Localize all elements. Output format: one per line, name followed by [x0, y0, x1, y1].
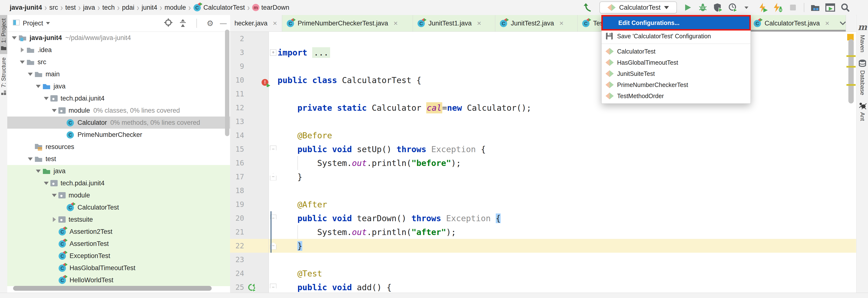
breadcrumb-item-module[interactable]: module [164, 4, 186, 11]
tree-expanded-arrow-icon[interactable] [42, 182, 51, 185]
tree-collapsed-arrow-icon[interactable] [50, 217, 58, 222]
stop-button[interactable] [787, 2, 798, 13]
tree-expanded-arrow-icon[interactable] [10, 36, 19, 39]
menu-item-edit-configurations[interactable]: Edit Configurations... [601, 15, 751, 31]
tree-expanded-arrow-icon[interactable] [50, 109, 58, 112]
tree-row-testsuite[interactable]: testsuite [7, 213, 230, 226]
run-window-button[interactable] [825, 2, 836, 13]
debug-lightning-button[interactable] [773, 2, 783, 13]
tree-row-PrimeNumberChecker[interactable]: CPrimeNumberChecker [7, 129, 230, 141]
project-structure-button[interactable] [810, 2, 820, 13]
tab-PrimeNumberCheckerTest-java[interactable]: CPrimeNumberCheckerTest.java× [282, 15, 413, 31]
search-button[interactable] [840, 2, 850, 13]
fold-collapse-icon[interactable]: − [270, 284, 276, 291]
test-failed-run-icon[interactable]: ! [261, 79, 270, 87]
breadcrumb-item-src[interactable]: src [50, 4, 58, 11]
tree-row-Calculator[interactable]: CCalculator0% methods, 0% lines covered [7, 117, 230, 129]
code-line-14: 14 @Before [230, 128, 856, 142]
tree-row-tech-pdai-junit4[interactable]: tech.pdai.junit4 [7, 92, 230, 105]
breadcrumb-item-test[interactable]: test [65, 4, 76, 11]
tab-close-icon[interactable]: × [394, 19, 398, 27]
vcs-update-button[interactable] [582, 2, 593, 13]
tree-row-CalculatorTest[interactable]: CCalculatorTest [7, 201, 230, 213]
code-editor[interactable]: 23+import ...910!public class Calculator… [230, 32, 856, 293]
warning-stripe-mark[interactable] [846, 55, 856, 57]
tree-row-java-junit4[interactable]: java-junit4~/pdai/www/java-junit4 [7, 32, 230, 44]
project-horizontal-scrollbar[interactable] [13, 286, 212, 291]
tree-row-HelloWorldTest[interactable]: CHelloWorldTest [7, 274, 230, 286]
warning-stripe-mark[interactable] [846, 66, 856, 68]
profile-arrow-button[interactable] [743, 2, 753, 13]
breadcrumb-item-java[interactable]: java [83, 4, 95, 11]
debug-button[interactable] [698, 2, 708, 13]
stripe-button-7-structure[interactable]: 7: Structure [0, 54, 7, 99]
tab-CalculatorTest-java[interactable]: CCalculatorTest.java× [749, 15, 846, 31]
test-passed-rerun-icon[interactable] [248, 283, 256, 293]
editor-gutter: 14 [230, 128, 269, 142]
tree-row-resources[interactable]: resources [7, 141, 230, 153]
tab-close-icon[interactable]: × [273, 19, 277, 27]
tree-row-src[interactable]: src [7, 56, 230, 68]
breadcrumb-item-junit4[interactable]: junit4 [142, 4, 157, 11]
tree-row--idea[interactable]: .idea [7, 44, 230, 56]
tree-expanded-arrow-icon[interactable] [26, 73, 34, 76]
tab-JunitTest2-java[interactable]: CJunitTest2.java× [495, 15, 578, 31]
tab-list-chevron-icon[interactable] [838, 19, 848, 28]
tree-expanded-arrow-icon[interactable] [26, 157, 34, 160]
project-header-gear-button[interactable]: ⚙ [207, 19, 214, 28]
warning-stripe-mark[interactable] [846, 84, 856, 86]
breadcrumb-item-tearDown[interactable]: mtearDown [252, 4, 289, 11]
project-view-selector[interactable]: Project [12, 19, 50, 27]
tab-close-icon[interactable]: × [559, 19, 564, 27]
profile-button[interactable] [727, 2, 738, 13]
menu-item-calculatortest[interactable]: CalculatorTest [601, 46, 750, 57]
stripe-button-database[interactable]: Database [857, 59, 868, 95]
tree-row-Assertion2Test[interactable]: CAssertion2Test [7, 226, 230, 238]
breadcrumb-item-tech[interactable]: tech [102, 4, 115, 11]
tab-JunitTest1-java[interactable]: CJunitTest1.java× [413, 15, 495, 31]
tree-expanded-arrow-icon[interactable] [34, 170, 42, 173]
stripe-button-1-project[interactable]: 1: Project [0, 15, 7, 54]
run-button[interactable] [682, 2, 693, 13]
breadcrumb-item-CalculatorTest[interactable]: CCalculatorTest [193, 3, 245, 11]
tree-row-test[interactable]: test [7, 153, 230, 165]
tree-row-main[interactable]: main [7, 68, 230, 80]
tree-row-module[interactable]: module0% classes, 0% lines covered [7, 105, 230, 117]
stripe-button-maven[interactable]: mMaven [857, 22, 868, 52]
tree-row-HasGlobalTimeoutTest[interactable]: CHasGlobalTimeoutTest [7, 262, 230, 274]
run-configuration-combo[interactable]: CalculatorTest [599, 1, 677, 13]
tree-expanded-arrow-icon[interactable] [34, 85, 42, 88]
tab-hecker-java[interactable]: hecker.java× [230, 15, 282, 31]
stripe-button-ant[interactable]: Ant [857, 102, 868, 121]
tree-row-java[interactable]: java [7, 165, 230, 177]
fold-expand-icon[interactable]: + [270, 50, 276, 56]
tree-row-AssertionTest[interactable]: CAssertionTest [7, 238, 230, 250]
project-header-hide-button[interactable]: — [220, 19, 227, 27]
menu-item-hasglobaltimeouttest[interactable]: HasGlobalTimeoutTest [601, 57, 750, 68]
fold-collapse-icon[interactable]: − [270, 173, 276, 180]
menu-item-testmethodorder[interactable]: TestMethodOrder [601, 90, 750, 101]
tab-close-icon[interactable]: × [825, 19, 830, 27]
rerun-lightning-button[interactable] [757, 2, 768, 13]
breadcrumb-item-java-junit4[interactable]: java-junit4 [10, 4, 42, 11]
tree-row-module[interactable]: module [7, 189, 230, 201]
code-token: ); [446, 227, 456, 237]
project-header-locate-button[interactable] [164, 18, 173, 29]
tree-expanded-arrow-icon[interactable] [18, 61, 26, 64]
menu-item-save-calculatortest-configuration[interactable]: Save 'CalculatorTest' Configuration [601, 31, 750, 42]
tree-row-tech-pdai-junit4[interactable]: tech.pdai.junit4 [7, 177, 230, 189]
tree-row-ExceptionTest[interactable]: CExceptionTest [7, 250, 230, 262]
tree-expanded-arrow-icon[interactable] [50, 194, 58, 197]
menu-item-primenumbercheckertest[interactable]: PrimeNumberCheckerTest [601, 79, 750, 90]
tree-row-java[interactable]: java [7, 80, 230, 92]
menu-item-junitsuitetest[interactable]: JunitSuiteTest [601, 68, 750, 79]
coverage-button[interactable] [713, 2, 723, 13]
fold-collapse-icon[interactable]: − [270, 146, 276, 153]
project-vertical-scrollbar[interactable] [225, 30, 229, 136]
tree-collapsed-arrow-icon[interactable] [18, 48, 26, 52]
breadcrumb-item-pdai[interactable]: pdai [122, 4, 134, 11]
tab-close-icon[interactable]: × [477, 19, 482, 27]
editor-scrollbar[interactable] [848, 39, 854, 103]
project-header-collapse-all-button[interactable] [179, 18, 187, 29]
tree-expanded-arrow-icon[interactable] [42, 97, 51, 100]
